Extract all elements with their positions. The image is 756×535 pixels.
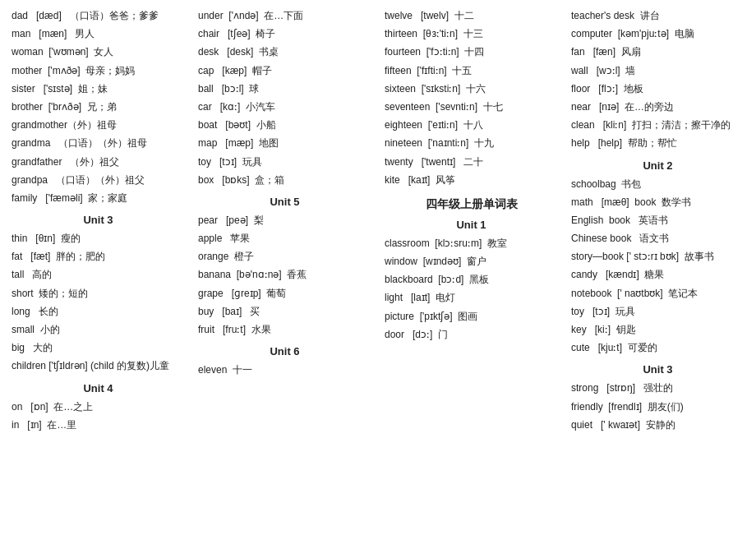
vocab-entry: blackboard [bɔːd] 黑板 xyxy=(385,270,558,288)
vocab-entry: buy [baɪ] 买 xyxy=(198,302,371,321)
vocab-entry: friendly [frendlɪ] 朋友(们) xyxy=(571,398,744,416)
vocab-entry: sister ['sɪstə] 姐；妹 xyxy=(12,80,185,98)
section-title-unit-4: Unit 4 xyxy=(12,382,185,394)
section-title-unit-5: Unit 5 xyxy=(198,196,371,208)
vocab-entry: grandmother（外）祖母 xyxy=(12,116,185,134)
vocab-entry: ball [bɔːl] 球 xyxy=(198,80,371,98)
vocab-entry: chair [tʃeə] 椅子 xyxy=(198,25,371,43)
vocab-entry: twelve [twelv] 十二 xyxy=(385,7,558,25)
vocab-entry: cute [kjuːt] 可爱的 xyxy=(571,339,744,357)
vocab-entry: apple 苹果 xyxy=(198,229,371,247)
vocab-entry: tall 高的 xyxy=(12,265,185,284)
vocab-entry: English book 英语书 xyxy=(571,211,744,229)
vocab-entry: desk [desk] 书桌 xyxy=(198,43,371,61)
vocab-entry: floor [flɔː] 地板 xyxy=(571,80,744,98)
section-title-unit-3: Unit 3 xyxy=(571,363,744,376)
vocab-entry: mother ['mʌðə] 母亲；妈妈 xyxy=(12,62,185,80)
vocab-entry: fat [fæt] 胖的；肥的 xyxy=(12,247,185,265)
vocab-entry: banana [bə'nɑːnə] 香蕉 xyxy=(198,265,371,284)
vocab-entry: grandfather （外）祖父 xyxy=(12,153,185,171)
vocab-entry: map [mæp] 地图 xyxy=(198,134,371,152)
vocab-entry: brother ['brʌðə] 兄；弟 xyxy=(12,98,185,116)
vocab-entry: dad [dæd] （口语）爸爸；爹爹 xyxy=(12,7,185,25)
vocab-entry: quiet [' kwaɪət] 安静的 xyxy=(571,416,744,434)
vocab-entry: strong [strɒŋ] 强壮的 xyxy=(571,379,744,397)
vocab-entry: sixteen ['sɪkstiːn] 十六 xyxy=(385,80,558,98)
column-4: teacher's desk 讲台computer [kəm'pjuːtə] 电… xyxy=(568,7,748,434)
vocab-entry: car [kɑː] 小汽车 xyxy=(198,98,371,116)
vocab-entry: Chinese book 语文书 xyxy=(571,229,744,247)
vocab-entry: door [dɔː] 门 xyxy=(385,325,558,344)
column-2: under ['ʌndə] 在…下面chair [tʃeə] 椅子desk [d… xyxy=(195,7,375,434)
vocab-entry: fan [fæn] 风扇 xyxy=(571,43,744,61)
vocab-entry: grandpa （口语）（外）祖父 xyxy=(12,171,185,189)
vocab-entry: window [wɪndəʊ] 窗户 xyxy=(385,252,558,270)
main-grid: dad [dæd] （口语）爸爸；爹爹man [mæn] 男人woman ['w… xyxy=(8,7,748,434)
vocab-entry: on [ɒn] 在…之上 xyxy=(12,398,185,416)
column-1: dad [dæd] （口语）爸爸；爹爹man [mæn] 男人woman ['w… xyxy=(8,7,188,434)
vocab-entry: key [kiː] 钥匙 xyxy=(571,321,744,339)
vocab-entry: small 小的 xyxy=(12,321,185,339)
vocab-entry: story—book [' stɔːrɪ bʊk] 故事书 xyxy=(571,247,744,265)
vocab-entry: math [mæθ] book 数学书 xyxy=(571,193,744,211)
vocab-entry: classroom [klɔːsruːm] 教室 xyxy=(385,234,558,252)
section-title-unit-6: Unit 6 xyxy=(198,345,371,357)
vocab-entry: toy [tɔɪ] 玩具 xyxy=(198,153,371,171)
column-3: twelve [twelv] 十二thirteen [θɜː'tiːn] 十三f… xyxy=(381,7,561,434)
vocab-entry: orange 橙子 xyxy=(198,247,371,265)
vocab-entry: man [mæn] 男人 xyxy=(12,25,185,43)
vocab-entry: clean [kliːn] 打扫；清洁；擦干净的 xyxy=(571,116,744,134)
vocab-entry: help [help] 帮助；帮忙 xyxy=(571,134,744,152)
vocab-entry: toy [tɔɪ] 玩具 xyxy=(571,302,744,321)
vocab-entry: wall [wɔːl] 墙 xyxy=(571,62,744,80)
vocab-entry: cap [kæp] 帽子 xyxy=(198,62,371,80)
vocab-entry: kite [kaɪt] 风筝 xyxy=(385,171,558,189)
vocab-entry: big 大的 xyxy=(12,339,185,357)
vocab-entry: schoolbag 书包 xyxy=(571,175,744,193)
vocab-entry: near [nɪə] 在…的旁边 xyxy=(571,98,744,116)
vocab-entry: children ['tʃɪldrən] (child 的复数)儿童 xyxy=(12,357,185,375)
vocab-entry: fourteen ['fɔːtiːn] 十四 xyxy=(385,43,558,61)
vocab-entry: notebook [' naʊtbʊk] 笔记本 xyxy=(571,284,744,302)
section-title-unit-2: Unit 2 xyxy=(571,159,744,172)
vocab-entry: nineteen ['naɪntiːn] 十九 xyxy=(385,134,558,152)
vocab-entry: box [bɒks] 盒；箱 xyxy=(198,171,371,189)
vocab-entry: short 矮的；短的 xyxy=(12,284,185,302)
vocab-entry: eleven 十一 xyxy=(198,361,371,379)
vocab-entry: twenty ['twentɪ] 二十 xyxy=(385,153,558,171)
vocab-entry: woman ['wʊmən] 女人 xyxy=(12,43,185,61)
big-section-title: 四年级上册单词表 xyxy=(385,197,558,212)
vocab-entry: grandma （口语）（外）祖母 xyxy=(12,134,185,152)
vocab-entry: in [ɪn] 在…里 xyxy=(12,416,185,434)
section-title-unit-3: Unit 3 xyxy=(12,214,185,226)
vocab-entry: light [laɪt] 电灯 xyxy=(385,288,558,307)
vocab-entry: pear [peə] 梨 xyxy=(198,211,371,229)
vocab-entry: eighteen ['eɪtiːn] 十八 xyxy=(385,116,558,134)
vocab-entry: picture ['pɪktʃə] 图画 xyxy=(385,307,558,325)
vocab-entry: boat [bəʊt] 小船 xyxy=(198,116,371,134)
vocab-entry: candy [kændɪ] 糖果 xyxy=(571,265,744,284)
vocab-entry: thirteen [θɜː'tiːn] 十三 xyxy=(385,25,558,43)
vocab-entry: fifteen ['fɪftiːn] 十五 xyxy=(385,62,558,80)
vocab-entry: family ['fæməli] 家；家庭 xyxy=(12,189,185,207)
vocab-entry: teacher's desk 讲台 xyxy=(571,7,744,25)
vocab-entry: fruit [fruːt] 水果 xyxy=(198,321,371,339)
vocab-entry: thin [θɪn] 瘦的 xyxy=(12,229,185,247)
vocab-entry: computer [kəm'pjuːtə] 电脑 xyxy=(571,25,744,43)
vocab-entry: seventeen ['sevntiːn] 十七 xyxy=(385,98,558,116)
vocab-entry: grape [ɡreɪp] 葡萄 xyxy=(198,284,371,302)
section-title-unit-1: Unit 1 xyxy=(385,219,558,231)
vocab-entry: long 长的 xyxy=(12,302,185,321)
vocab-entry: under ['ʌndə] 在…下面 xyxy=(198,7,371,25)
